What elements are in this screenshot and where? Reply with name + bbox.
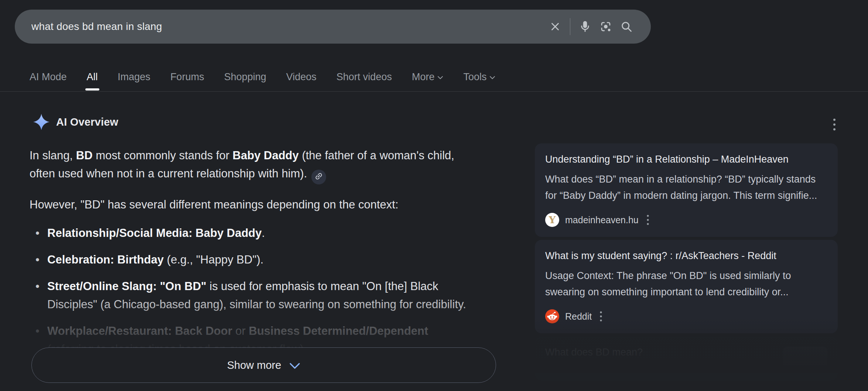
list-item: Street/Online Slang: "On BD" is used for… (30, 277, 483, 313)
magnifier-icon (620, 20, 633, 33)
show-more-button[interactable]: Show more (31, 347, 496, 383)
x-icon (549, 20, 561, 33)
tab-images[interactable]: Images (118, 63, 151, 91)
tab-label: All (87, 71, 98, 83)
search-bar-divider (570, 18, 570, 35)
tab-label: Videos (286, 71, 317, 83)
chevron-down-icon (289, 361, 300, 369)
sources-rail: Understanding “BD” in a Relationship – M… (535, 143, 838, 373)
source-domain[interactable]: Reddit (565, 311, 592, 322)
show-more-label: Show more (227, 359, 281, 371)
source-attribution-row: Y madeinheaven.hu (545, 212, 827, 228)
link-icon (314, 168, 323, 186)
tab-tools[interactable]: Tools (463, 63, 495, 91)
tab-label: Images (118, 71, 151, 83)
tab-label: Short videos (336, 71, 392, 83)
source-domain[interactable]: madeinheaven.hu (565, 215, 639, 225)
faded-card-title: What does BD mean? (545, 347, 643, 358)
google-search-results-page: what does bd mean in slang (0, 0, 868, 391)
chevron-down-icon (437, 75, 443, 79)
chevron-down-icon (489, 75, 495, 79)
tab-ai-mode[interactable]: AI Mode (30, 63, 67, 91)
search-submit-button[interactable] (616, 16, 637, 37)
microphone-icon (578, 20, 592, 33)
lens-search-button[interactable] (595, 16, 616, 37)
tab-videos[interactable]: Videos (286, 63, 317, 91)
citation-link-button[interactable] (311, 170, 326, 184)
camera-lens-icon (599, 20, 612, 33)
clear-search-button[interactable] (545, 16, 565, 37)
overview-paragraph-line: often used when not in a current relatio… (30, 164, 499, 184)
active-tab-underline (85, 88, 99, 91)
source-title[interactable]: Understanding “BD” in a Relationship – M… (545, 154, 827, 165)
meanings-list: Relationship/Social Media: Baby Daddy. C… (30, 224, 499, 358)
tabs-divider (0, 91, 868, 92)
ai-overview-body: In slang, BD most commonly stands for Ba… (30, 146, 499, 367)
source-title[interactable]: What is my student saying? : r/AskTeache… (545, 250, 827, 262)
tab-label: Forums (170, 71, 204, 83)
list-item: Celebration: Birthday (e.g., "Happy BD")… (30, 251, 483, 269)
reddit-icon (545, 309, 559, 323)
faded-card-thumbnail (783, 347, 827, 366)
ai-overview-title: AI Overview (56, 116, 118, 128)
ai-overview-header: AI Overview (33, 113, 118, 131)
tab-forums[interactable]: Forums (170, 63, 204, 91)
overview-paragraph-2: However, "BD" has several different mean… (30, 196, 499, 214)
source-snippet: What does “BD” mean in a relationship? “… (545, 171, 827, 204)
madeinheaven-favicon: Y (545, 213, 559, 227)
source-attribution-row: Reddit (545, 308, 827, 324)
voice-search-button[interactable] (575, 16, 595, 37)
tab-short-videos[interactable]: Short videos (336, 63, 392, 91)
search-bar: what does bd mean in slang (15, 10, 651, 44)
source-card-faded[interactable]: What does BD mean? (535, 336, 838, 381)
tab-label: Tools (463, 71, 486, 83)
source-menu-button[interactable] (598, 309, 604, 323)
source-snippet: Usage Context: The phrase "On BD" is use… (545, 268, 827, 300)
tab-label: More (412, 71, 435, 83)
search-input[interactable]: what does bd mean in slang (31, 21, 545, 33)
search-bar-actions (545, 16, 637, 37)
tab-label: Shopping (224, 71, 266, 83)
tab-more[interactable]: More (412, 63, 444, 91)
source-card-madeinheaven[interactable]: Understanding “BD” in a Relationship – M… (535, 143, 838, 237)
tab-label: AI Mode (30, 71, 67, 83)
tab-all[interactable]: All (87, 63, 98, 91)
tab-shopping[interactable]: Shopping (224, 63, 266, 91)
results-tab-bar: AI Mode All Images Forums Shopping Video… (30, 63, 495, 91)
source-card-reddit[interactable]: What is my student saying? : r/AskTeache… (535, 240, 838, 333)
ai-spark-icon (33, 113, 50, 131)
list-item: Relationship/Social Media: Baby Daddy. (30, 224, 483, 242)
source-menu-button[interactable] (645, 213, 650, 227)
overview-paragraph-line: In slang, BD most commonly stands for Ba… (30, 146, 499, 164)
overview-menu-button[interactable] (831, 116, 838, 133)
